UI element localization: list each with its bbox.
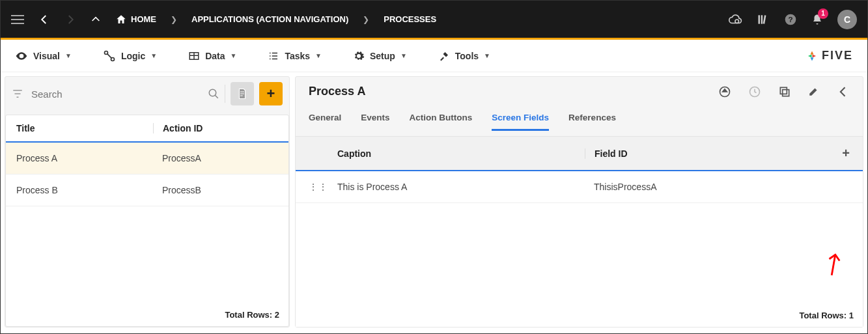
drag-handle-icon[interactable]: ⋮⋮ (309, 182, 337, 192)
search-input[interactable] (30, 85, 203, 104)
col-caption[interactable]: Caption (337, 148, 585, 159)
logic-icon (103, 49, 116, 63)
table-icon (188, 50, 200, 62)
cell-action-id: ProcessB (153, 185, 278, 195)
col-title[interactable]: Title (16, 123, 153, 133)
logo: FIVE (806, 49, 853, 63)
menubar: Visual▼ Logic▼ Data▼ Tasks▼ Setup▼ Tools… (1, 40, 867, 72)
home-icon (115, 14, 127, 25)
left-total-rows: Total Rows: 2 (6, 303, 288, 326)
cell-title: Process A (16, 153, 153, 163)
eye-icon (15, 49, 28, 63)
up-button[interactable] (91, 14, 101, 25)
cell-field-id: ThisisProcessA (585, 182, 850, 192)
menu-icon[interactable] (11, 15, 24, 24)
left-panel: + Title Action ID Process AProcessAProce… (5, 76, 290, 327)
table-row[interactable]: Process AProcessA (6, 143, 288, 174)
tab-general[interactable]: General (309, 106, 341, 131)
svg-rect-13 (780, 87, 787, 94)
table-row[interactable]: Process BProcessB (6, 174, 288, 206)
breadcrumb-home[interactable]: HOME (115, 14, 156, 25)
right-panel: Process A General Events Action Buttons … (295, 76, 863, 327)
svg-text:?: ? (788, 15, 792, 23)
tasks-icon (268, 50, 279, 62)
svg-point-9 (209, 89, 216, 96)
cell-title: Process B (16, 185, 153, 195)
copy-icon[interactable] (778, 85, 791, 98)
gear-icon (353, 50, 365, 62)
logo-icon (806, 50, 818, 62)
search-icon[interactable] (208, 88, 219, 100)
svg-rect-3 (763, 15, 766, 24)
cell-action-id: ProcessA (153, 153, 278, 163)
svg-rect-1 (759, 15, 761, 23)
menu-setup[interactable]: Setup▼ (353, 50, 407, 62)
detail-title: Process A (309, 85, 365, 98)
forward-button (64, 14, 76, 25)
tabs: General Events Action Buttons Screen Fie… (296, 106, 863, 131)
svg-point-0 (735, 20, 739, 23)
notification-badge: 1 (818, 8, 828, 19)
back-button[interactable] (38, 14, 50, 25)
chevron-right-icon: ❯ (363, 15, 369, 24)
filter-icon[interactable] (12, 88, 25, 100)
document-button[interactable] (231, 82, 254, 105)
col-field-id[interactable]: Field ID (585, 148, 842, 159)
undo-icon[interactable] (718, 85, 731, 98)
left-table: Title Action ID Process AProcessAProcess… (5, 115, 289, 327)
library-icon[interactable] (757, 13, 770, 26)
menu-tools[interactable]: Tools▼ (438, 50, 490, 62)
menu-tasks[interactable]: Tasks▼ (268, 50, 322, 62)
col-action-id[interactable]: Action ID (153, 123, 278, 133)
cloud-icon[interactable] (728, 12, 742, 27)
notifications-icon[interactable]: 1 (811, 14, 823, 25)
tab-action-buttons[interactable]: Action Buttons (410, 106, 473, 131)
cell-caption: This is Process A (337, 182, 585, 192)
right-total-rows: Total Rows: 1 (296, 304, 863, 327)
tab-events[interactable]: Events (361, 106, 389, 131)
menu-data[interactable]: Data▼ (188, 50, 236, 62)
main: + Title Action ID Process AProcessAProce… (1, 72, 867, 331)
breadcrumb-processes[interactable]: PROCESSES (384, 14, 436, 24)
svg-rect-12 (783, 89, 789, 96)
tab-screen-fields[interactable]: Screen Fields (492, 106, 549, 131)
tab-references[interactable]: References (568, 106, 616, 131)
add-button[interactable]: + (259, 82, 283, 105)
table-row[interactable]: ⋮⋮This is Process AThisisProcessA (296, 171, 863, 203)
edit-icon[interactable] (808, 85, 820, 98)
chevron-right-icon: ❯ (171, 15, 177, 24)
back-arrow-icon[interactable] (837, 85, 850, 98)
history-icon[interactable] (748, 85, 761, 98)
svg-rect-2 (761, 15, 763, 23)
add-field-button[interactable]: + (842, 146, 850, 161)
menu-visual[interactable]: Visual▼ (15, 49, 72, 63)
topbar: HOME ❯ APPLICATIONS (ACTION NAVIGATION) … (1, 1, 867, 40)
home-label: HOME (131, 14, 156, 24)
menu-logic[interactable]: Logic▼ (103, 49, 157, 63)
tools-icon (438, 50, 450, 62)
avatar[interactable]: C (837, 10, 857, 29)
breadcrumb-applications[interactable]: APPLICATIONS (ACTION NAVIGATION) (191, 14, 348, 24)
help-icon[interactable]: ? (784, 13, 797, 26)
